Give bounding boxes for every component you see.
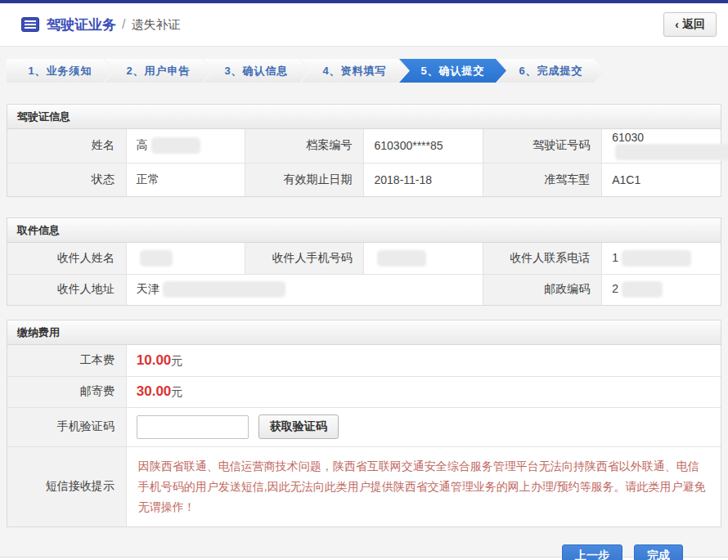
expiry-label: 有效期止日期 xyxy=(245,163,364,196)
redacted-blur xyxy=(622,281,663,298)
table-row: 工本费 10.00元 xyxy=(7,345,721,376)
license-number-label: 驾驶证号码 xyxy=(483,129,601,163)
back-button-label: 返回 xyxy=(682,17,705,32)
step-tab-4[interactable]: 4、资料填写 xyxy=(301,59,408,83)
fee-unit: 元 xyxy=(171,385,182,398)
file-number-label: 档案编号 xyxy=(245,129,364,163)
recipient-name-label: 收件人姓名 xyxy=(7,243,126,274)
sms-notice-text: 因陕西省联通、电信运营商技术问题，陕西省互联网交通安全综合服务管理平台无法向持陕… xyxy=(138,456,709,517)
recipient-phone-label: 收件人联系电话 xyxy=(483,243,601,274)
redacted-blur xyxy=(151,137,200,154)
list-icon xyxy=(21,17,39,32)
production-fee-label: 工本费 xyxy=(7,345,126,376)
step-tab-2[interactable]: 2、用户申告 xyxy=(105,59,212,83)
pickup-info-title: 取件信息 xyxy=(7,218,721,243)
sms-notice-label: 短信接收提示 xyxy=(7,446,126,526)
status-label: 状态 xyxy=(7,163,126,196)
table-row: 收件人地址 天津 邮政编码 2 xyxy=(7,274,721,305)
step-tab-3-label: 3、确认信息 xyxy=(224,64,288,78)
breadcrumb-section[interactable]: 驾驶证业务 xyxy=(47,16,116,34)
step-tab-1[interactable]: 1、业务须知 xyxy=(7,59,114,83)
step-tab-2-label: 2、用户申告 xyxy=(126,64,190,78)
redacted-blur xyxy=(163,281,285,298)
footer-actions: 上一步 完成 xyxy=(0,544,683,560)
license-info-title: 驾驶证信息 xyxy=(7,105,721,129)
table-row: 收件人姓名 收件人手机号码 收件人联系电话 1 xyxy=(7,243,721,274)
sms-code-label: 手机验证码 xyxy=(7,407,126,446)
breadcrumb-separator: / xyxy=(122,17,125,32)
redacted-blur xyxy=(622,250,691,267)
status-value: 正常 xyxy=(126,163,245,196)
table-row: 手机验证码 获取验证码 xyxy=(7,407,721,446)
fee-unit: 元 xyxy=(171,354,182,367)
step-tab-6-label: 6、完成提交 xyxy=(519,64,582,78)
recipient-phone-value: 1 xyxy=(602,243,721,274)
production-fee-amount: 10.00 xyxy=(137,352,172,368)
production-fee-value: 10.00元 xyxy=(126,345,721,376)
redacted-blur xyxy=(377,250,426,267)
recipient-address-label: 收件人地址 xyxy=(7,274,126,305)
expiry-value: 2018-11-18 xyxy=(364,163,483,196)
previous-step-button[interactable]: 上一步 xyxy=(562,544,622,560)
sms-code-cell: 获取验证码 xyxy=(126,407,721,446)
recipient-mobile-value xyxy=(364,243,483,274)
name-value: 高 xyxy=(126,129,245,163)
name-label: 姓名 xyxy=(7,129,126,163)
mailing-fee-value: 30.00元 xyxy=(126,376,721,407)
pickup-info-panel: 取件信息 收件人姓名 收件人手机号码 收件人联系电话 1 收件人地址 天津 邮政… xyxy=(7,217,721,306)
table-row: 姓名 高 档案编号 610300****85 驾驶证号码 61030 xyxy=(7,129,721,163)
table-row: 短信接收提示 因陕西省联通、电信运营商技术问题，陕西省互联网交通安全综合服务管理… xyxy=(7,446,721,526)
file-number-value: 610300****85 xyxy=(364,129,483,163)
step-tab-3[interactable]: 3、确认信息 xyxy=(203,59,310,83)
get-code-button[interactable]: 获取验证码 xyxy=(258,414,339,439)
vehicle-class-label: 准驾车型 xyxy=(483,163,601,196)
step-tab-6[interactable]: 6、完成提交 xyxy=(497,59,604,83)
table-row: 邮寄费 30.00元 xyxy=(7,376,721,407)
postal-code-value: 2 xyxy=(602,274,721,305)
payment-title: 缴纳费用 xyxy=(7,320,721,345)
step-wizard: 1、业务须知 2、用户申告 3、确认信息 4、资料填写 5、确认提交 6、完成提… xyxy=(7,59,721,83)
step-tab-4-label: 4、资料填写 xyxy=(322,64,386,78)
step-tab-1-label: 1、业务须知 xyxy=(28,64,92,78)
payment-panel: 缴纳费用 工本费 10.00元 邮寄费 30.00元 手机验证码 获取验证码 短… xyxy=(7,320,721,527)
pickup-info-table: 收件人姓名 收件人手机号码 收件人联系电话 1 收件人地址 天津 邮政编码 2 xyxy=(7,243,721,305)
chevron-left-icon: ‹ xyxy=(675,18,679,31)
redacted-blur xyxy=(140,250,173,267)
step-tab-5-label: 5、确认提交 xyxy=(420,64,484,78)
vehicle-class-value: A1C1 xyxy=(602,163,721,196)
table-row: 状态 正常 有效期止日期 2018-11-18 准驾车型 A1C1 xyxy=(7,163,721,196)
mailing-fee-label: 邮寄费 xyxy=(7,376,126,407)
mailing-fee-amount: 30.00 xyxy=(137,383,172,399)
payment-table: 工本费 10.00元 邮寄费 30.00元 手机验证码 获取验证码 短信接收提示… xyxy=(7,345,721,526)
postal-code-label: 邮政编码 xyxy=(483,274,601,305)
redacted-blur xyxy=(615,144,728,160)
sms-code-input[interactable] xyxy=(137,415,249,439)
recipient-name-value xyxy=(126,243,245,274)
page-content: 1、业务须知 2、用户申告 3、确认信息 4、资料填写 5、确认提交 6、完成提… xyxy=(0,47,728,558)
finish-button[interactable]: 完成 xyxy=(634,544,683,560)
recipient-address-value: 天津 xyxy=(126,274,483,305)
step-tab-5-active[interactable]: 5、确认提交 xyxy=(399,59,506,83)
breadcrumb-current: 遗失补证 xyxy=(131,17,180,33)
page-header: 驾驶证业务 / 遗失补证 ‹ 返回 xyxy=(0,3,728,47)
license-info-panel: 驾驶证信息 姓名 高 档案编号 610300****85 驾驶证号码 61030… xyxy=(7,104,721,197)
license-info-table: 姓名 高 档案编号 610300****85 驾驶证号码 61030 状态 正常… xyxy=(7,129,721,196)
sms-notice-cell: 因陕西省联通、电信运营商技术问题，陕西省互联网交通安全综合服务管理平台无法向持陕… xyxy=(126,446,721,526)
back-button[interactable]: ‹ 返回 xyxy=(663,12,717,37)
license-number-value: 61030 xyxy=(602,129,721,163)
recipient-mobile-label: 收件人手机号码 xyxy=(245,243,364,274)
